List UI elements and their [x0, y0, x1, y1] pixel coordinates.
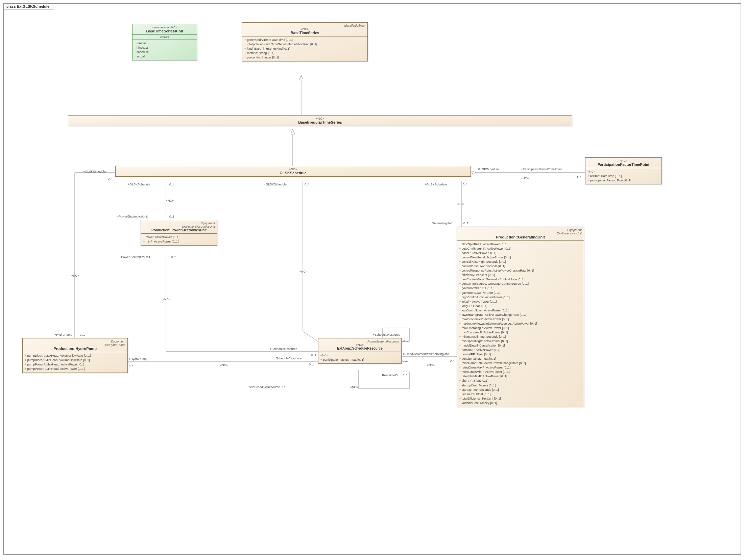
attr: lowerRampRate: ActivePowerChangeRate [0.… — [459, 313, 582, 317]
mult: 0..1 — [403, 359, 408, 362]
attr: kind: BaseTimeSeriesKind [0..1] — [244, 47, 365, 51]
attr: ratedGrossMaxP: ActivePower [0..1] — [459, 365, 582, 370]
attr: percentile: Integer [0..1] — [244, 55, 365, 60]
attr: raiseRampRate: ActivePowerChangeRate [0.… — [459, 361, 582, 365]
attr: efficiency: PerCent [0..1] — [459, 273, 582, 277]
attr: minimumOffTime: Seconds [0..1] — [459, 335, 582, 339]
mult: 0..1 — [80, 333, 85, 336]
attr: genControlSource: GeneratorControlSource… — [459, 282, 582, 286]
attr: participationFactor: Float [0..1] — [587, 178, 659, 183]
attr: controlResponseRate: ActivePowerChangeRa… — [459, 269, 582, 273]
mult: 0..* — [171, 255, 176, 259]
attr: maxP: ActivePower [0..1] — [143, 235, 215, 239]
attr: maxEconomicP: ActivePower [0..1] — [459, 317, 582, 322]
mult: 1 — [476, 176, 478, 179]
mult: 0..1 — [403, 339, 408, 342]
mult: 0..* — [450, 359, 455, 362]
attr: shortPF: Float [0..1] — [459, 379, 582, 383]
attr: minEconomicP: ActivePower [0..1] — [459, 330, 582, 335]
class-name: Production::PowerElectronicsUnit — [143, 228, 215, 232]
class-name: BaseTimeSeries — [244, 31, 365, 35]
role: +ParticipationFactorTimePoint — [521, 168, 561, 171]
attr: interpolationKind: TimeSeriesInterpolati… — [244, 42, 365, 47]
attr: autoCntrlMarginP: ActivePower [0..1] — [459, 247, 582, 251]
stereo: «NC» — [166, 199, 174, 202]
attr: pumpDischAtMaxHead: VolumeFlowRate [0..1… — [25, 354, 125, 358]
class-glskschedule[interactable]: «NC» GLSKSchedule — [115, 166, 471, 177]
attr: variableCost: Money [0..1] — [459, 401, 582, 405]
attr: atTime: DateTime [0..1] — [587, 174, 659, 178]
attr: ratedNetMaxP: ActivePower [0..1] — [459, 374, 582, 379]
stereo: «NC» — [299, 270, 307, 273]
mult: 0..* — [108, 177, 113, 180]
attr: controlPulseLow: Seconds [0..1] — [459, 264, 582, 269]
class-name: BaseIrregularTimeSeries — [70, 120, 570, 124]
tag: ExtHydroPump — [25, 343, 125, 347]
attr: method: String [0..1] — [244, 51, 365, 55]
mult: 0..1 — [463, 222, 468, 225]
stereo: «NC» — [457, 202, 464, 206]
attr: governorMPL: PU [0..1] — [459, 286, 582, 290]
attr: totalEfficiency: PerCent [0..1] — [459, 397, 582, 401]
tag: ExtPowerElectronicsUnit — [143, 225, 215, 228]
literal: schedule — [135, 50, 195, 54]
literal: actual — [135, 54, 195, 59]
class-name: ExtArea::ScheduleResource — [320, 347, 399, 350]
tag: ExtGeneratingUnit — [459, 232, 582, 235]
class-scheduleresource[interactable]: PowerSystemResource «NC» ExtArea::Schedu… — [318, 338, 402, 364]
role: +GLSKSchedule — [425, 183, 447, 186]
attr: minOperatingP: ActivePower [0..1] — [459, 339, 582, 343]
class-hydropump[interactable]: Equipment ExtHydroPump Production::Hydro… — [22, 338, 128, 373]
class-basetimeserieskind[interactable]: «enumeration,NC» BaseTimeSeriesKind lite… — [132, 24, 197, 60]
parent-tag: PowerSystemResource — [320, 340, 399, 343]
role: +PowerElectronicsUnit — [117, 215, 148, 218]
mult: 0..1 — [311, 353, 316, 357]
mult: 0..1 — [169, 215, 174, 218]
attr: startupCost: Money [0..1] — [459, 383, 582, 388]
attr: penaltyFactor: Float [0..1] — [459, 357, 582, 361]
attr: minP: ActivePower [0..1] — [143, 239, 215, 244]
role: +ResourceOf — [380, 374, 398, 377]
parent-tag: Equipment — [459, 228, 582, 232]
attr: initialP: ActivePower [0..1] — [459, 300, 582, 304]
stereotype: «NC» — [70, 117, 570, 120]
role: +GLSKSchedule — [128, 183, 150, 186]
literal: forecast — [135, 41, 195, 46]
stereo: «NC» — [350, 385, 358, 389]
attr: modelDetail: Classification [0..1] — [459, 343, 582, 348]
attr: allocSpinResP: ActivePower [0..1] — [459, 242, 582, 247]
role: +ScheduleResource — [403, 352, 430, 356]
parent-tag: Equipment — [143, 222, 215, 225]
stereotype: «enumeration,NC» — [135, 26, 195, 29]
attr: pumpPowerAtMaxHead: ActivePower [0..1] — [25, 362, 125, 367]
stereo: «NC» — [71, 274, 79, 277]
role: +GeneratingUnit — [430, 222, 452, 225]
class-powerelectronicsunit[interactable]: Equipment ExtPowerElectronicsUnit Produc… — [141, 220, 217, 246]
mult: 1..* — [577, 176, 581, 179]
stereotype: «NC» — [244, 27, 365, 31]
stereotype: «NC» — [118, 168, 468, 171]
role: +GLSKSchedule — [476, 168, 499, 171]
attr: startupTime: Seconds [0..1] — [459, 388, 582, 392]
class-baseirregulartimeseries[interactable]: «NC» BaseIrregularTimeSeries — [68, 115, 572, 126]
class-name: Production::GeneratingUnit — [459, 235, 582, 239]
mult: 0..* — [129, 364, 134, 368]
parent-tag: Equipment — [25, 340, 125, 343]
class-name: ParticipationFactorTimePoint — [587, 162, 659, 167]
mult: 0..1 — [309, 363, 314, 366]
stereotype: «NC» — [320, 353, 399, 358]
mult: 0..1 — [403, 374, 408, 377]
stereotype: «NC» — [320, 343, 399, 347]
role: +HydroPump — [129, 357, 147, 361]
stereo: «NC» — [220, 363, 228, 367]
class-basetimeseries[interactable]: IdentifiedObject «NC» BaseTimeSeries gen… — [242, 22, 368, 61]
attr: highControlLimit: ActivePower [0..1] — [459, 295, 582, 300]
mult: 0..* — [305, 183, 309, 186]
class-participationfactortimepoint[interactable]: «NC» ParticipationFactorTimePoint «NC» a… — [585, 157, 662, 184]
mult: 0..* — [463, 183, 467, 186]
attr: genControlMode: GeneratorControlMode [0.… — [459, 277, 582, 282]
class-generatingunit[interactable]: Equipment ExtGeneratingUnit Production::… — [457, 227, 584, 407]
stereo: «NC» — [427, 363, 435, 367]
stereo: «NC» — [521, 177, 529, 180]
stereo: «NC» — [163, 298, 170, 301]
